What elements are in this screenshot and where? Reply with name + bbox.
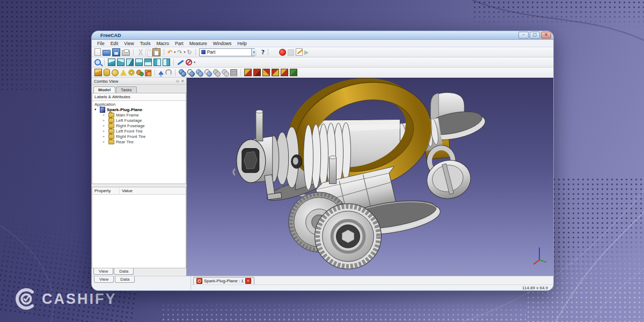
tree-item[interactable]: ▸ Rear Tire — [92, 139, 186, 144]
macro-stop-icon[interactable] — [288, 49, 294, 56]
menu-file[interactable]: File — [97, 41, 105, 46]
sweep-icon[interactable] — [213, 69, 220, 76]
tree-item[interactable]: ▸ Left Front Tire — [92, 128, 186, 134]
boolean-fragment-icon[interactable] — [281, 69, 288, 76]
tab-view[interactable]: View — [93, 268, 113, 275]
sphere-icon[interactable] — [112, 69, 119, 76]
boolean-red-icon[interactable] — [253, 69, 261, 76]
save-icon[interactable] — [112, 48, 120, 56]
menu-help[interactable]: Help — [237, 41, 246, 46]
dock-float-icon[interactable]: ▫ — [176, 79, 179, 83]
rear-view-icon[interactable] — [144, 58, 152, 66]
cylinder-icon[interactable] — [104, 69, 110, 76]
expander-icon[interactable]: ▾ — [94, 107, 98, 112]
expander-icon[interactable]: ▸ — [103, 112, 107, 118]
front-view-icon[interactable] — [117, 58, 125, 66]
new-icon[interactable] — [94, 48, 101, 56]
expander-icon[interactable]: ▸ — [103, 128, 107, 134]
box-icon[interactable] — [94, 69, 102, 76]
title-bar[interactable]: FreeCAD – □ × — [92, 31, 553, 40]
draw-style-caret-icon[interactable]: ▾ — [194, 59, 195, 66]
dock-close-icon[interactable]: × — [181, 79, 184, 83]
tree-item[interactable]: ▸ Main Frame — [92, 112, 186, 118]
open-icon[interactable] — [103, 50, 111, 56]
paste-icon[interactable] — [152, 48, 160, 56]
revolve-icon[interactable] — [165, 69, 172, 76]
axonometric-icon[interactable] — [108, 58, 115, 66]
macro-edit-icon[interactable] — [296, 48, 303, 56]
boolean-icon[interactable] — [244, 69, 252, 76]
draw-style-icon[interactable] — [186, 59, 192, 65]
menu-windows[interactable]: Windows — [213, 41, 231, 46]
minimize-button[interactable]: – — [518, 32, 529, 39]
menu-macro[interactable]: Macro — [156, 41, 169, 46]
workbench-selector[interactable]: Part — [199, 48, 255, 56]
tree-item-document[interactable]: ▾ Spark-Plug-Plane — [92, 107, 186, 112]
tree-item-label: Right Fuselage — [116, 123, 145, 128]
expander-icon[interactable]: ▸ — [103, 139, 107, 144]
document-tab[interactable]: Spark-Plug-Plane : 1 × — [193, 277, 254, 284]
combo-view-header[interactable]: Combo View ▫ × — [92, 78, 186, 85]
menu-view[interactable]: View — [124, 41, 134, 46]
loft-icon[interactable] — [222, 69, 229, 76]
expander-icon[interactable]: ▸ — [103, 123, 107, 128]
macro-play-icon[interactable]: ▶ — [304, 49, 309, 56]
extrude-icon[interactable] — [158, 71, 164, 75]
tree-item[interactable]: ▸ Right Front Tire — [92, 134, 186, 139]
tab-data-bottom[interactable]: Data — [115, 276, 135, 283]
cut-boolean-icon[interactable] — [196, 69, 203, 76]
tree-item[interactable]: ▸ Left Fuselage — [92, 118, 186, 123]
workbench-dropdown-arrow[interactable]: ▾ — [251, 49, 257, 56]
section-icon[interactable] — [204, 69, 211, 76]
common-icon[interactable] — [187, 69, 194, 76]
tab-data[interactable]: Data — [114, 268, 134, 275]
right-view-icon[interactable] — [135, 58, 143, 66]
whats-this-icon[interactable]: ? — [261, 49, 265, 56]
measure-icon[interactable] — [177, 59, 184, 66]
tab-model[interactable]: Model — [93, 86, 115, 93]
toolbar-separator — [173, 59, 174, 65]
expander-icon[interactable]: ▸ — [103, 134, 107, 139]
refresh-icon[interactable]: ↻ — [187, 49, 192, 56]
3d-viewport[interactable] — [187, 78, 553, 276]
undo-icon[interactable]: ↶ — [167, 49, 172, 56]
property-column-header[interactable]: Property — [92, 187, 120, 194]
tree-item-label: Left Front Tire — [116, 129, 143, 134]
bottom-view-icon[interactable] — [153, 58, 161, 66]
print-icon[interactable] — [122, 50, 130, 56]
tree-item[interactable]: ▸ Right Fuselage — [92, 123, 186, 128]
close-button[interactable]: × — [541, 32, 551, 39]
maximize-button[interactable]: □ — [530, 32, 540, 39]
expander-icon[interactable]: ▸ — [103, 118, 107, 123]
menu-edit[interactable]: Edit — [111, 41, 119, 46]
redo-caret-icon[interactable]: ▾ — [184, 49, 185, 56]
redo-icon[interactable]: ↷ — [177, 49, 182, 56]
left-view-icon[interactable] — [163, 58, 170, 66]
mdi-area: Spark-Plug-Plane : 1 × 114.89 x 64.9 — [191, 276, 553, 290]
cone-icon[interactable] — [120, 69, 127, 76]
union-icon[interactable] — [179, 69, 186, 76]
macro-record-icon[interactable] — [279, 49, 286, 56]
menu-tools[interactable]: Tools — [140, 41, 151, 46]
boolean-green-icon[interactable] — [290, 69, 297, 76]
value-column-header[interactable]: Value — [120, 187, 135, 194]
tab-view-bottom[interactable]: View — [94, 276, 114, 283]
undo-caret-icon[interactable]: ▾ — [174, 49, 175, 56]
menu-measure[interactable]: Measure — [189, 41, 207, 46]
menu-part[interactable]: Part — [175, 41, 184, 46]
document-tab-close-icon[interactable]: × — [245, 278, 251, 284]
halftone-right — [542, 177, 644, 274]
shape-builder-icon[interactable] — [145, 70, 151, 76]
boolean-split-icon[interactable] — [262, 69, 270, 76]
tree-item-application[interactable]: Application — [92, 101, 186, 107]
cross-sections-icon[interactable] — [230, 69, 237, 76]
tab-tasks[interactable]: Tasks — [116, 86, 136, 93]
cut-icon[interactable] — [137, 49, 144, 56]
document-tab-label: Spark-Plug-Plane : 1 — [204, 279, 244, 283]
fit-all-icon[interactable] — [94, 59, 101, 65]
primitives-icon[interactable] — [136, 69, 143, 76]
top-view-icon[interactable] — [126, 58, 134, 66]
copy-icon[interactable] — [145, 49, 151, 55]
torus-icon[interactable] — [128, 69, 135, 76]
boolean-yellow-icon[interactable] — [272, 69, 279, 76]
